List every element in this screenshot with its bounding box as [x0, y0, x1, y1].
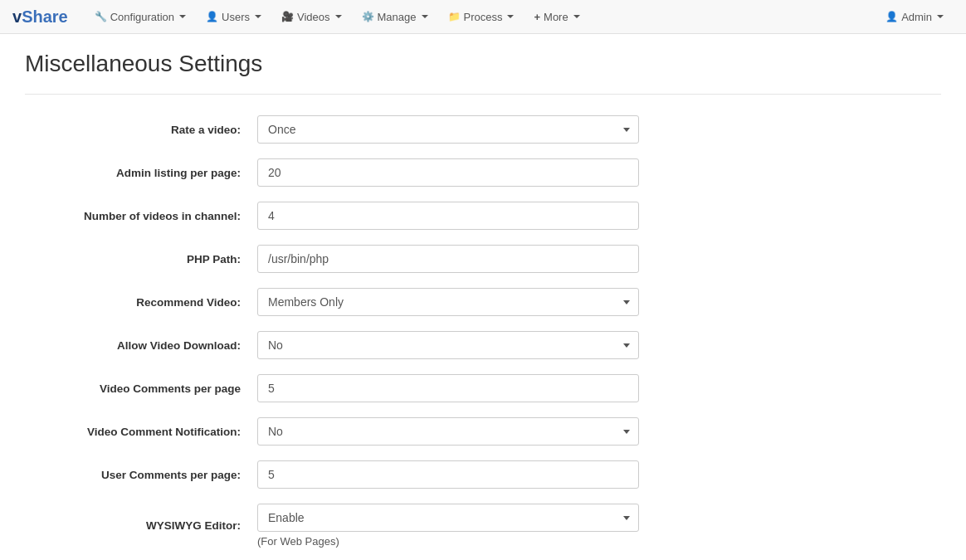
- label-admin-listing-per-page: Admin listing per page:: [25, 167, 257, 179]
- form-row-wysiwyg-editor: WYSIWYG Editor: Enable Disable (For Web …: [25, 504, 941, 548]
- form-row-video-comment-notification: Video Comment Notification: No Yes: [25, 417, 941, 446]
- label-number-of-videos-in-channel: Number of videos in channel:: [25, 210, 257, 222]
- dropdown-caret-more: [573, 15, 580, 18]
- nav-item-configuration[interactable]: 🔧 Configuration: [85, 0, 196, 34]
- nav-label-process: Process: [464, 11, 503, 23]
- user-icon: 👤: [206, 11, 218, 22]
- nav-item-videos[interactable]: 🎥 Videos: [271, 0, 352, 34]
- video-icon: 🎥: [281, 11, 294, 22]
- page-divider: [25, 94, 941, 95]
- select-wysiwyg-editor[interactable]: Enable Disable: [257, 504, 639, 532]
- control-wysiwyg-editor: Enable Disable (For Web Pages): [257, 504, 639, 548]
- nav-link-more[interactable]: + More: [524, 0, 589, 34]
- nav-item-users[interactable]: 👤 Users: [196, 0, 271, 34]
- dropdown-caret-process: [507, 15, 514, 18]
- control-admin-listing-per-page: [257, 158, 639, 187]
- nav-menu: 🔧 Configuration 👤 Users 🎥 Videos ⚙️ Mana…: [85, 0, 954, 34]
- control-recommend-video: Members Only Everyone No One: [257, 288, 639, 316]
- dropdown-caret: [179, 15, 186, 18]
- label-recommend-video: Recommend Video:: [25, 296, 257, 309]
- folder-icon: 📁: [448, 11, 461, 22]
- label-video-comments-per-page: Video Comments per page: [25, 382, 257, 395]
- nav-item-admin[interactable]: 👤 Admin: [876, 0, 954, 34]
- dropdown-caret-admin: [937, 15, 944, 18]
- plus-icon: +: [534, 11, 540, 23]
- label-video-comment-notification: Video Comment Notification:: [25, 426, 257, 438]
- wysiwyg-hint: (For Web Pages): [257, 535, 639, 548]
- form-row-allow-video-download: Allow Video Download: No Yes: [25, 331, 941, 359]
- control-number-of-videos-in-channel: [257, 202, 639, 230]
- navbar: vShare 🔧 Configuration 👤 Users 🎥 Videos: [0, 0, 966, 34]
- wrench-icon: 🔧: [95, 11, 107, 22]
- page-title: Miscellaneous Settings: [25, 51, 941, 77]
- label-php-path: PHP Path:: [25, 253, 257, 265]
- control-user-comments-per-page: [257, 460, 639, 489]
- select-rate-a-video[interactable]: Once Multiple Times Never: [257, 115, 639, 144]
- gear-icon: ⚙️: [362, 11, 374, 22]
- nav-item-process[interactable]: 📁 Process: [438, 0, 524, 34]
- page-content: Miscellaneous Settings Rate a video: Onc…: [0, 34, 966, 560]
- brand-text: vShare: [12, 7, 68, 26]
- label-allow-video-download: Allow Video Download:: [25, 339, 257, 352]
- nav-label-configuration: Configuration: [110, 11, 174, 23]
- input-php-path[interactable]: [257, 245, 639, 273]
- dropdown-caret-videos: [335, 15, 342, 18]
- input-admin-listing-per-page[interactable]: [257, 158, 639, 187]
- select-allow-video-download[interactable]: No Yes: [257, 331, 639, 359]
- nav-link-admin[interactable]: 👤 Admin: [876, 0, 954, 34]
- control-php-path: [257, 245, 639, 273]
- form-row-php-path: PHP Path:: [25, 245, 941, 273]
- nav-label-more: More: [544, 11, 568, 23]
- input-video-comments-per-page[interactable]: [257, 374, 639, 402]
- admin-user-icon: 👤: [886, 11, 898, 22]
- form-row-video-comments-per-page: Video Comments per page: [25, 374, 941, 402]
- settings-form: Rate a video: Once Multiple Times Never …: [25, 115, 941, 548]
- label-wysiwyg-editor: WYSIWYG Editor:: [25, 519, 257, 532]
- nav-item-more[interactable]: + More: [524, 0, 589, 34]
- select-recommend-video[interactable]: Members Only Everyone No One: [257, 288, 639, 316]
- label-rate-a-video: Rate a video:: [25, 124, 257, 136]
- form-row-number-of-videos-in-channel: Number of videos in channel:: [25, 202, 941, 230]
- control-video-comment-notification: No Yes: [257, 417, 639, 446]
- dropdown-caret-users: [255, 15, 261, 18]
- nav-label-admin: Admin: [901, 11, 932, 23]
- form-row-admin-listing-per-page: Admin listing per page:: [25, 158, 941, 187]
- nav-link-configuration[interactable]: 🔧 Configuration: [85, 0, 196, 34]
- form-row-recommend-video: Recommend Video: Members Only Everyone N…: [25, 288, 941, 316]
- nav-item-manage[interactable]: ⚙️ Manage: [352, 0, 438, 34]
- brand-logo[interactable]: vShare: [12, 7, 68, 27]
- input-user-comments-per-page[interactable]: [257, 460, 639, 489]
- label-user-comments-per-page: User Comments per page:: [25, 469, 257, 481]
- nav-link-process[interactable]: 📁 Process: [438, 0, 524, 34]
- form-row-user-comments-per-page: User Comments per page:: [25, 460, 941, 489]
- control-allow-video-download: No Yes: [257, 331, 639, 359]
- control-rate-a-video: Once Multiple Times Never: [257, 115, 639, 144]
- nav-label-users: Users: [222, 11, 250, 23]
- nav-link-videos[interactable]: 🎥 Videos: [271, 0, 352, 34]
- nav-label-videos: Videos: [297, 11, 330, 23]
- form-row-rate-a-video: Rate a video: Once Multiple Times Never: [25, 115, 941, 144]
- control-video-comments-per-page: [257, 374, 639, 402]
- dropdown-caret-manage: [422, 15, 428, 18]
- select-video-comment-notification[interactable]: No Yes: [257, 417, 639, 446]
- nav-label-manage: Manage: [378, 11, 417, 23]
- nav-link-users[interactable]: 👤 Users: [196, 0, 271, 34]
- nav-link-manage[interactable]: ⚙️ Manage: [352, 0, 438, 34]
- input-number-of-videos-in-channel[interactable]: [257, 202, 639, 230]
